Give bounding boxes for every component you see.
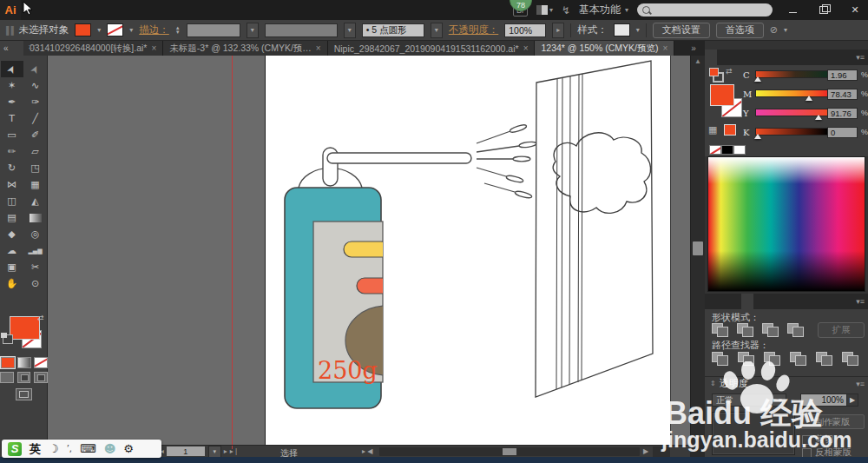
draw-behind-icon[interactable] <box>17 372 31 383</box>
outline-icon[interactable] <box>814 351 833 365</box>
web-color-cube-icon[interactable]: ▦ <box>708 124 717 136</box>
divide-icon[interactable] <box>710 351 729 365</box>
preferences-button[interactable]: 首选项 <box>716 23 764 38</box>
intersect-icon[interactable] <box>760 322 779 336</box>
variable-width-profile-field[interactable] <box>265 23 338 37</box>
workspace-switcher[interactable]: 基本功能 ▾ <box>579 3 628 17</box>
merge-icon[interactable] <box>762 351 781 365</box>
eraser-tool[interactable]: ▱ <box>24 143 47 160</box>
channel-value-field[interactable]: 1.96 <box>827 69 858 81</box>
type-tool[interactable]: T <box>1 110 23 127</box>
slider-handle[interactable] <box>754 134 761 139</box>
slider-track[interactable] <box>755 70 828 78</box>
spray-tube[interactable] <box>327 153 471 163</box>
none-swatch[interactable] <box>709 145 721 155</box>
minus-front-icon[interactable] <box>735 322 754 336</box>
channel-value-field[interactable]: 0 <box>827 127 858 138</box>
lasso-tool[interactable]: ∿ <box>24 77 47 94</box>
column-graph-tool[interactable]: ▂▄▆ <box>24 242 47 259</box>
fill-color-swatch[interactable] <box>75 23 91 36</box>
unite-icon[interactable] <box>710 322 729 336</box>
make-mask-button[interactable]: 制作蒙版 <box>800 414 865 429</box>
scale-tool[interactable]: ◳ <box>24 160 47 176</box>
zoom-tool[interactable]: ⊙ <box>24 275 47 292</box>
next-artboard-button[interactable]: ▸ <box>224 447 227 455</box>
chevron-down-icon[interactable]: ▾ <box>97 26 101 34</box>
punctuation-icon[interactable]: ’, <box>67 444 72 453</box>
sync-icon[interactable]: ↯ <box>562 4 570 17</box>
minus-back-icon[interactable] <box>840 351 859 365</box>
toolbox-wrench-icon[interactable]: ⚙ <box>123 442 134 455</box>
scroll-left-icon[interactable]: ▸ ◀ <box>362 447 372 455</box>
chevron-down-icon[interactable]: ▾ <box>247 23 259 38</box>
tab-swatches[interactable] <box>705 294 717 309</box>
doc-tab-1[interactable]: 0314102926484000[转换].ai* × <box>23 41 163 56</box>
swap-fill-stroke-icon[interactable]: ⇄ <box>37 314 44 322</box>
panel-grip[interactable]: ▐▐ <box>3 26 13 35</box>
blend-mode-select[interactable]: 正常▾ <box>712 394 786 407</box>
fill-color-control[interactable] <box>10 316 40 340</box>
chevron-down-icon[interactable]: ▾ <box>129 26 133 34</box>
panel-menu-icon[interactable]: ▾≡ <box>856 294 868 309</box>
wall-panel[interactable] <box>536 61 653 397</box>
scroll-down-icon[interactable]: ▼ <box>691 432 705 443</box>
color-spectrum[interactable] <box>707 156 865 292</box>
account-icon[interactable]: ☻ <box>104 442 116 455</box>
panel-menu-icon[interactable]: ▾≡ <box>856 380 868 388</box>
chevron-down-icon[interactable]: ▾ <box>431 23 443 38</box>
free-transform-tool[interactable]: ▦ <box>24 176 47 193</box>
night-mode-moon-icon[interactable]: ☽ <box>49 442 59 455</box>
draw-inside-icon[interactable] <box>34 372 48 383</box>
stroke-panel-link[interactable]: 描边： <box>139 23 169 36</box>
rectangle-tool[interactable]: ▭ <box>1 127 23 143</box>
slice-tool[interactable]: ✂ <box>24 259 47 275</box>
tab-gradient[interactable] <box>741 50 753 65</box>
default-fill-stroke-icon[interactable] <box>3 334 13 344</box>
doc-tab-2[interactable]: 未标题-3* @ 132.33% (CMYK/预… × <box>163 41 327 56</box>
screen-mode-button[interactable] <box>16 388 32 400</box>
transparency-panel-header[interactable]: ⇕ 透明度 ▾≡ <box>705 376 868 390</box>
arrange-documents-button[interactable]: ▾ <box>536 5 553 15</box>
tools-collapse-button[interactable]: « <box>0 41 23 56</box>
expand-button[interactable]: 扩展 <box>818 322 865 338</box>
rotate-tool[interactable]: ↻ <box>1 160 23 176</box>
ime-language-indicator[interactable]: 英 <box>30 441 41 457</box>
artboard-tool[interactable]: ▣ <box>1 259 23 275</box>
channel-value-field[interactable]: 91.76 <box>827 108 858 119</box>
opacity-field[interactable]: 100% <box>504 23 546 37</box>
paintbrush-tool[interactable]: ✐ <box>24 127 47 143</box>
symbol-sprayer-tool[interactable]: ☁ <box>1 242 23 259</box>
style-swatch[interactable] <box>614 23 630 36</box>
brush-definition-field[interactable]: • 5 点圆形 <box>362 23 424 37</box>
close-icon[interactable]: × <box>151 43 156 53</box>
black-swatch[interactable] <box>721 145 733 155</box>
gradient-tool[interactable]: ▥ <box>24 209 47 226</box>
pencil-tool[interactable]: ✏ <box>1 143 23 160</box>
clip-checkbox-row[interactable]: 剪切 <box>802 433 833 446</box>
blend-tool[interactable]: ◎ <box>24 226 47 242</box>
none-button[interactable] <box>34 357 48 368</box>
tab-brushes[interactable] <box>717 294 729 309</box>
ime-toolbar[interactable]: S 英 ☽ ’, ⌨ ☻ ⚙ <box>2 440 161 458</box>
doc-tab-3[interactable]: Nipic_29842067_20190904191531162000.ai* … <box>328 41 536 56</box>
fill-proxy-swatch[interactable] <box>710 84 734 106</box>
slider-handle[interactable] <box>754 76 761 82</box>
horizontal-scroll-thumb[interactable] <box>503 448 516 455</box>
close-icon[interactable]: × <box>523 43 529 53</box>
chevron-down-icon[interactable]: ▾ <box>344 23 356 38</box>
search-input[interactable] <box>637 3 773 17</box>
opacity-panel-link[interactable]: 不透明度： <box>449 23 499 36</box>
chevron-down-icon[interactable]: ▾ <box>784 26 787 34</box>
mesh-tool[interactable]: ▤ <box>1 209 23 226</box>
tab-pathfinder[interactable] <box>741 294 753 309</box>
tab-overflow-button[interactable]: » <box>682 41 705 56</box>
vertical-scroll-thumb[interactable] <box>693 241 703 255</box>
close-button[interactable]: ✕ <box>844 2 866 18</box>
exclude-icon[interactable] <box>786 322 805 336</box>
swap-fill-stroke-icon[interactable]: ⇄ <box>726 67 733 76</box>
doc-tab-4[interactable]: 1234* @ 150% (CMYK/预览) × <box>535 41 674 56</box>
close-icon[interactable]: × <box>316 43 321 53</box>
color-button[interactable] <box>1 357 15 368</box>
soft-keyboard-icon[interactable]: ⌨ <box>80 442 96 455</box>
channel-value-field[interactable]: 78.43 <box>827 89 858 100</box>
